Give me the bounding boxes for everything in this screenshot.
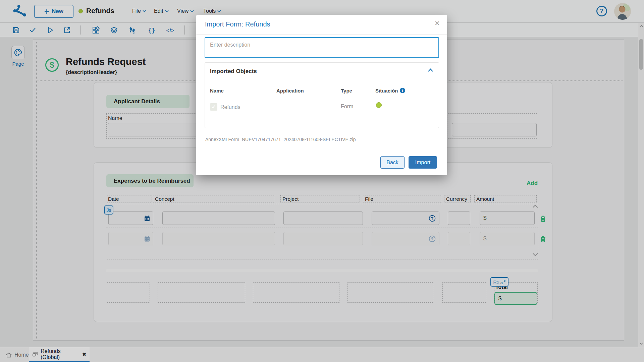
modal-column-type: Type bbox=[341, 88, 352, 94]
back-button[interactable]: Back bbox=[380, 156, 405, 169]
info-icon[interactable]: i bbox=[400, 88, 405, 93]
modal-title-divider bbox=[196, 35, 447, 35]
import-file-name: AnnexXMLForm_NUEV1704717671_20240708-111… bbox=[205, 137, 356, 142]
modal-column-situacion: Situacióni bbox=[375, 88, 405, 94]
imported-object-type: Form bbox=[341, 104, 353, 110]
collapse-chevron-up-icon[interactable] bbox=[428, 68, 433, 72]
modal-column-name: Name bbox=[210, 88, 224, 94]
import-button[interactable]: Import bbox=[409, 156, 437, 169]
modal-header-divider bbox=[205, 98, 439, 98]
situacion-label: Situación bbox=[375, 88, 398, 94]
row-checkbox-checked[interactable]: ✓ bbox=[210, 103, 217, 111]
imported-objects-title: Imported Objects bbox=[210, 68, 257, 75]
imported-objects-panel: Imported Objects Name Application Type S… bbox=[205, 62, 439, 128]
imported-object-name: Refunds bbox=[220, 104, 240, 110]
modal-column-application: Application bbox=[276, 88, 304, 94]
app-root: New Refunds File Edit View Tools ? bbox=[0, 0, 644, 362]
description-input[interactable] bbox=[205, 37, 439, 58]
situacion-status-dot bbox=[376, 102, 382, 108]
import-form-modal: Import Form: Refunds × Imported Objects … bbox=[196, 15, 447, 175]
close-icon[interactable]: × bbox=[435, 19, 440, 27]
modal-title: Import Form: Refunds bbox=[205, 20, 270, 28]
